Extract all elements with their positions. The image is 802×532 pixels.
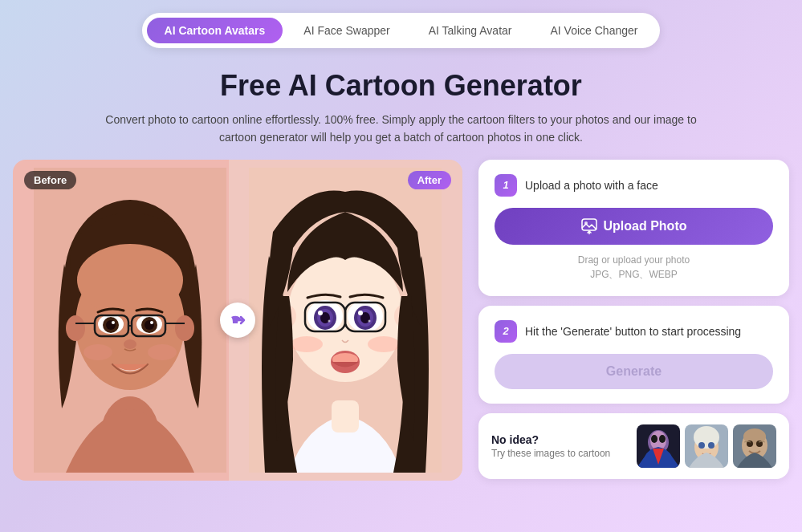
step-1-title: Upload a photo with a face (525, 179, 658, 192)
step-2-number: 2 (495, 320, 517, 343)
generate-button[interactable]: Generate (495, 354, 773, 389)
upload-icon (581, 218, 597, 234)
nav-item-cartoon-avatars[interactable]: AI Cartoon Avatars (147, 18, 283, 43)
page-title: Free AI Cartoon Generator (16, 69, 786, 103)
nav-item-face-swapper[interactable]: AI Face Swapper (286, 18, 407, 43)
page-subtitle: Convert photo to cartoon online effortle… (100, 111, 702, 147)
nav-pill: AI Cartoon Avatars AI Face Swapper AI Ta… (142, 13, 661, 48)
svg-point-59 (708, 442, 714, 449)
svg-point-14 (112, 321, 115, 324)
svg-point-15 (150, 321, 153, 324)
upload-photo-button[interactable]: Upload Photo (495, 208, 773, 245)
step-1-card: 1 Upload a photo with a face Upload Phot… (478, 160, 789, 296)
svg-point-46 (291, 336, 323, 352)
svg-point-22 (83, 344, 112, 360)
after-label: After (408, 171, 451, 189)
svg-point-6 (66, 315, 85, 341)
nav-item-voice-changer[interactable]: AI Voice Changer (532, 18, 655, 43)
header-section: Free AI Cartoon Generator Convert photo … (0, 61, 802, 160)
sample-image-2[interactable] (685, 424, 728, 468)
svg-point-54 (659, 435, 666, 443)
svg-point-21 (124, 339, 136, 349)
before-label: Before (24, 171, 76, 189)
svg-point-57 (694, 426, 719, 449)
svg-point-53 (651, 435, 657, 443)
step-2-card: 2 Hit the 'Generate' button to start pro… (478, 306, 789, 404)
svg-point-58 (698, 442, 705, 449)
main-content: Before After (0, 160, 802, 481)
no-idea-subtitle: Try these images to cartoon (491, 448, 627, 459)
step-1-header: 1 Upload a photo with a face (495, 174, 773, 197)
svg-point-47 (368, 336, 400, 352)
before-after-section: Before After (13, 160, 462, 481)
sample-image-1[interactable] (637, 424, 680, 468)
svg-point-38 (328, 319, 331, 322)
step-2-title: Hit the 'Generate' button to start proce… (525, 325, 741, 338)
sample-image-3[interactable] (733, 424, 776, 468)
no-idea-text: No idea? Try these images to cartoon (491, 433, 627, 459)
no-idea-title: No idea? (491, 433, 627, 446)
nav-item-talking-avatar[interactable]: AI Talking Avatar (411, 18, 530, 43)
svg-point-42 (358, 311, 363, 315)
step-1-number: 1 (495, 174, 517, 197)
right-panel: 1 Upload a photo with a face Upload Phot… (478, 160, 789, 479)
upload-hint: Drag or upload your photo JPG、PNG、WEBP (495, 253, 773, 282)
after-panel (229, 160, 462, 481)
after-image (249, 168, 442, 473)
svg-point-5 (77, 244, 183, 316)
sample-images (637, 424, 776, 468)
svg-point-7 (175, 315, 194, 341)
svg-point-37 (318, 311, 323, 315)
svg-point-62 (743, 428, 766, 445)
no-idea-card: No idea? Try these images to cartoon (478, 413, 789, 479)
navigation: AI Cartoon Avatars AI Face Swapper AI Ta… (0, 0, 802, 61)
svg-point-23 (148, 344, 177, 360)
svg-point-43 (368, 319, 371, 322)
step-2-header: 2 Hit the 'Generate' button to start pro… (495, 320, 773, 343)
before-panel (13, 160, 246, 481)
arrow-divider (220, 303, 255, 338)
svg-rect-48 (582, 219, 596, 230)
upload-btn-label: Upload Photo (604, 219, 687, 234)
before-image (34, 168, 226, 473)
svg-rect-25 (332, 400, 359, 433)
